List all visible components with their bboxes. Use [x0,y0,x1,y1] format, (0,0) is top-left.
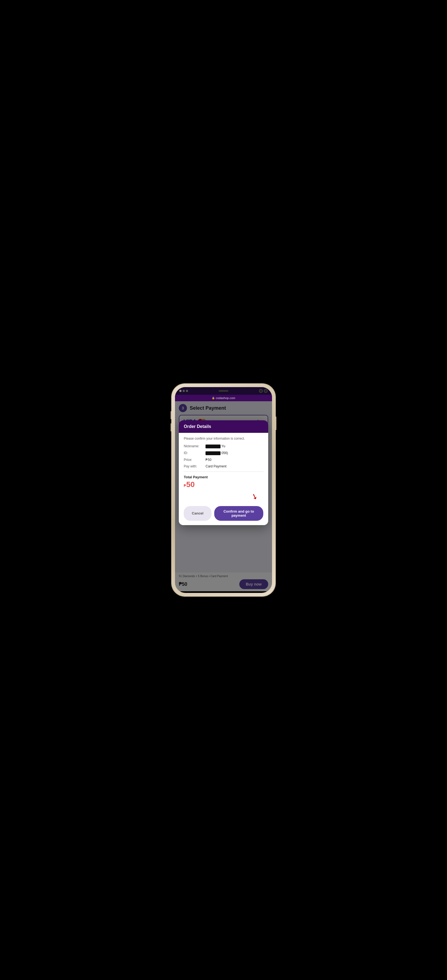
status-right [259,389,268,393]
cancel-button[interactable]: Cancel [184,506,212,521]
total-label: Total Payment [184,475,263,479]
nickname-label: Nickname: [184,444,206,448]
id-label: ID: [184,451,206,455]
nickname-value: Yu [206,444,263,449]
status-left [179,390,188,392]
front-camera-2 [264,389,268,393]
browser-address-bar[interactable]: 🔒 codashop.com [175,395,272,401]
front-camera [259,389,263,393]
order-details-modal: Order Details Please confirm your inform… [179,420,268,525]
phone-screen: 🔒 codashop.com 3 Select Payment VISA [175,387,272,593]
signal-dot-1 [179,390,182,392]
volume-down-button [171,423,172,431]
confirm-message: Please confirm your information is corre… [184,437,263,441]
phone-frame: 🔒 codashop.com 3 Select Payment VISA [172,384,275,596]
redacted-nickname [206,445,220,449]
modal-title: Order Details [184,424,263,429]
status-bar [175,387,272,395]
price-value: ₱50 [206,458,263,462]
arrow-indicator: ➘ [184,492,263,501]
peso-symbol: ₱ [184,484,186,488]
pay-with-label: Pay with: [184,465,206,468]
signal-dot-3 [186,390,188,392]
confirm-payment-button[interactable]: Confirm and go to payment [214,506,263,521]
price-row: Price: ₱50 [184,458,263,462]
nickname-row: Nickname: Yu [184,444,263,449]
signal-dot-2 [183,390,185,392]
divider [184,471,263,472]
total-section: Total Payment ₱ 50 [184,475,263,489]
volume-up-button [171,411,172,419]
pay-with-value: Card Payment [206,465,263,468]
modal-overlay: Order Details Please confirm your inform… [175,401,272,591]
modal-header: Order Details [179,420,268,433]
content-area: 3 Select Payment VISA ₱50 [175,401,272,591]
nickname-visible: Yu [221,444,225,448]
red-arrow-icon: ➘ [250,492,259,502]
url-text: codashop.com [216,396,235,399]
power-button [275,417,276,430]
modal-buttons: Cancel Confirm and go to payment [179,506,268,525]
price-label: Price: [184,458,206,462]
id-visible: 056) [222,451,228,455]
id-value: 056) [206,451,263,455]
modal-body: Please confirm your information is corre… [179,433,268,506]
total-amount: 50 [186,480,195,489]
speaker-grille [219,390,228,392]
lock-icon: 🔒 [212,397,215,399]
total-price: ₱ 50 [184,480,263,489]
pay-with-row: Pay with: Card Payment [184,465,263,468]
id-row: ID: 056) [184,451,263,455]
redacted-id [206,451,220,455]
